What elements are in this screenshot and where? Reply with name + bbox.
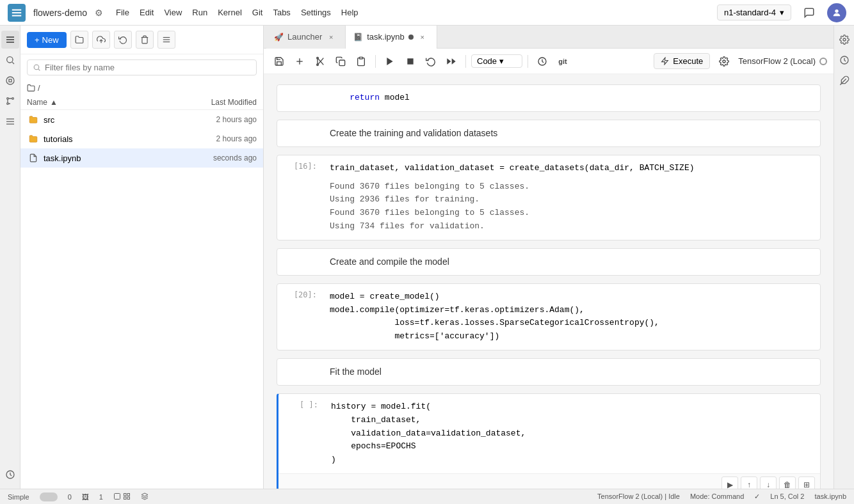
file-panel: + + New New /	[20, 26, 264, 504]
cell-fit-model: [ ]: history = model.fit( train_dataset,…	[277, 393, 821, 496]
svg-line-19	[38, 69, 40, 70]
open-folder-button[interactable]	[70, 31, 88, 49]
menu-edit[interactable]: Edit	[140, 8, 154, 17]
upload-button[interactable]	[92, 31, 110, 49]
cell-content[interactable]: Create and compile the model	[322, 249, 820, 275]
cell-prompt	[277, 359, 322, 372]
machine-selector[interactable]: n1-standard-4 ▾	[717, 4, 791, 20]
cell-prompt: [ ]:	[278, 394, 323, 416]
execute-button[interactable]: Execute	[654, 53, 710, 69]
tf-label: TensorFlow 2 (Local)	[738, 56, 816, 66]
right-extensions-icon[interactable]	[835, 72, 853, 90]
search-box[interactable]	[27, 59, 257, 75]
cell-row: [16]: train_dataset, validation_dataset …	[277, 155, 820, 240]
tf-status-label: TensorFlow 2 (Local) | Idle	[597, 492, 680, 501]
breadcrumb: /	[20, 81, 263, 95]
svg-rect-30	[407, 58, 413, 64]
cell-return-model: return model	[277, 84, 821, 112]
cell-compile-md: Create and compile the model	[277, 248, 821, 276]
clock-icon[interactable]	[533, 52, 551, 70]
cell-type-label: Code	[477, 56, 497, 66]
main-layout: + + New New /	[0, 26, 854, 504]
user-avatar[interactable]	[827, 3, 846, 22]
run-cell-button[interactable]	[381, 52, 399, 70]
sidebar-files-icon[interactable]	[1, 31, 19, 49]
svg-rect-27	[339, 60, 345, 66]
status-bar: Simple 0 🖼 1 TensorFlow 2 (Local) | Idle…	[0, 489, 854, 504]
ln-col-label: Ln 5, Col 2	[770, 492, 804, 501]
cell-row: Create the training and validation datas…	[277, 120, 820, 146]
simple-mode-toggle[interactable]: Simple	[8, 493, 29, 501]
right-settings-icon[interactable]	[835, 31, 853, 49]
menu-help[interactable]: Help	[341, 8, 359, 17]
cell-prompt	[277, 120, 322, 133]
save-button[interactable]	[270, 52, 288, 70]
file-modified-task: seconds ago	[186, 154, 257, 162]
nb-toolbar: Code ▾ git Execute TensorFlow 2 (Local)	[264, 49, 834, 74]
svg-point-34	[723, 60, 725, 63]
file-item-src[interactable]: src 2 hours ago	[20, 110, 263, 129]
menu-bar: File Edit View Run Kernel Git Tabs Setti…	[116, 8, 359, 17]
app-title: flowers-demo	[33, 8, 87, 18]
output-block: Found 3670 files belonging to 5 classes.…	[330, 180, 812, 233]
cell-content[interactable]: Create the training and validation datas…	[322, 120, 820, 146]
svg-marker-31	[452, 58, 456, 64]
status-toggle[interactable]	[40, 492, 58, 501]
svg-point-3	[6, 77, 14, 84]
sidebar-git-icon[interactable]	[1, 92, 19, 110]
restart-button[interactable]	[422, 52, 440, 70]
cell-content[interactable]: history = model.fit( train_dataset, vali…	[323, 394, 820, 473]
cell-content[interactable]: model = create_model() model.compile(opt…	[322, 284, 820, 350]
menu-settings[interactable]: Settings	[301, 8, 331, 17]
settings-gear-icon[interactable]: ⚙	[95, 8, 103, 18]
clear-button[interactable]	[136, 31, 154, 49]
breadcrumb-path: /	[38, 83, 40, 93]
menu-file[interactable]: File	[116, 8, 129, 17]
cell-row: [20]: model = create_model() model.compi…	[277, 284, 820, 350]
file-item-tutorials[interactable]: tutorials 2 hours ago	[20, 129, 263, 148]
fast-forward-button[interactable]	[442, 52, 460, 70]
new-plus-icon: +	[35, 35, 40, 45]
copy-button[interactable]	[332, 52, 350, 70]
tab-launcher-close[interactable]: ×	[326, 32, 336, 42]
cell-content[interactable]: return model	[322, 85, 820, 111]
right-history-icon[interactable]	[835, 51, 853, 69]
file-item-task[interactable]: task.ipynb seconds ago	[20, 148, 263, 168]
sidebar-history-icon[interactable]	[1, 466, 19, 484]
check-icon: ✓	[754, 492, 760, 501]
cell-type-select[interactable]: Code ▾	[471, 54, 522, 68]
svg-point-35	[843, 38, 846, 41]
chat-icon[interactable]	[799, 3, 819, 23]
new-button[interactable]: + + New New	[27, 32, 67, 48]
tab-launcher[interactable]: 🚀 Launcher ×	[266, 26, 346, 49]
cut-button[interactable]	[311, 52, 329, 70]
menu-view[interactable]: View	[164, 8, 182, 17]
cell-content[interactable]: train_dataset, validation_dataset = crea…	[322, 155, 820, 240]
markdown-text: Fit the model	[330, 365, 812, 379]
cell-row: Fit the model	[277, 359, 820, 385]
sidebar-run-icon[interactable]	[1, 72, 19, 90]
nb-settings-button[interactable]	[715, 52, 733, 70]
list-view-button[interactable]	[157, 31, 175, 49]
stop-button[interactable]	[401, 52, 419, 70]
paste-button[interactable]	[352, 52, 370, 70]
add-cell-button[interactable]	[291, 52, 309, 70]
code-block: return model	[330, 91, 812, 105]
menu-run[interactable]: Run	[192, 8, 207, 17]
tab-task[interactable]: 📓 task.ipynb ×	[346, 26, 437, 49]
notebook-area: 🚀 Launcher × 📓 task.ipynb ×	[264, 26, 834, 504]
git-button[interactable]: git	[554, 52, 572, 70]
machine-chevron-icon: ▾	[780, 8, 784, 17]
tab-task-close[interactable]: ×	[417, 32, 428, 42]
sidebar-search-icon[interactable]	[1, 51, 19, 69]
col-name-header[interactable]: Name ▲	[27, 98, 186, 107]
menu-tabs[interactable]: Tabs	[273, 8, 290, 17]
cell-fit-md: Fit the model	[277, 358, 821, 386]
notebook-tab-icon: 📓	[353, 33, 363, 42]
search-input[interactable]	[45, 63, 251, 72]
cell-content[interactable]: Fit the model	[322, 359, 820, 385]
sidebar-list-icon[interactable]	[1, 113, 19, 130]
menu-kernel[interactable]: Kernel	[218, 8, 242, 17]
refresh-button[interactable]	[114, 31, 132, 49]
menu-git[interactable]: Git	[252, 8, 263, 17]
